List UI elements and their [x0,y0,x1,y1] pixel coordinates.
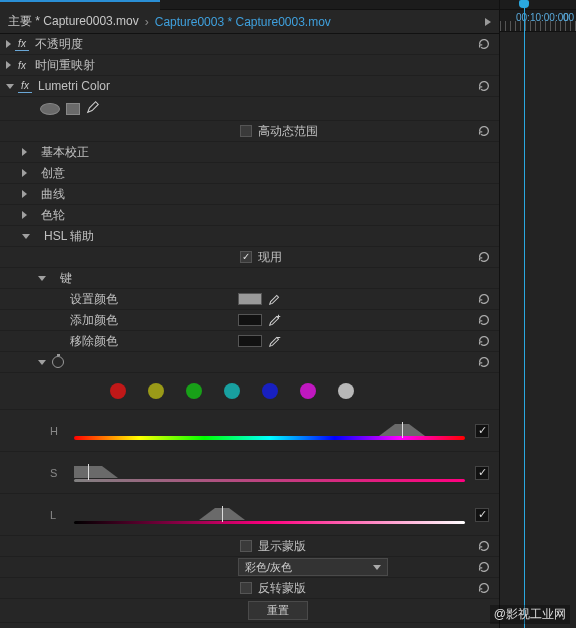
hsl-reset-button[interactable]: 重置 [248,601,308,620]
stopwatch-icon[interactable] [52,356,64,368]
hsl-s-slider[interactable]: S [0,452,499,494]
color-swatch[interactable] [238,314,262,326]
clip-breadcrumb: 主要 * Capture0003.mov › Capture0003 * Cap… [0,10,499,34]
twirl-icon[interactable] [22,211,27,219]
section-curves[interactable]: 曲线 [0,184,499,205]
hsl-mask-mode-value: 彩色/灰色 [245,560,292,575]
playhead-handle-icon[interactable] [519,0,529,8]
crumb-instance[interactable]: Capture0003 * Capture0003.mov [155,15,331,29]
hsl-s-label: S [50,467,64,479]
twirl-icon[interactable] [22,169,27,177]
twirl-icon[interactable] [6,84,14,89]
twirl-icon[interactable] [22,234,30,239]
section-curves-label: 曲线 [41,186,65,203]
fx-badge-icon[interactable]: fx [15,60,29,71]
eyedropper-icon[interactable] [268,292,282,306]
hsl-mask-mode-dropdown[interactable]: 彩色/灰色 [238,558,388,576]
effects-panel: 主要 * Capture0003.mov › Capture0003 * Cap… [0,0,500,628]
section-basic-label: 基本校正 [41,144,89,161]
hsl-s-track[interactable] [74,462,465,484]
hsl-show-mask-label: 显示蒙版 [258,538,306,555]
reset-icon[interactable] [477,355,491,369]
hdr-checkbox[interactable] [240,125,252,137]
hsl-enable-checkbox[interactable] [240,251,252,263]
mask-ellipse-icon[interactable] [40,103,60,115]
hsl-key-row[interactable]: 键 [0,268,499,289]
reset-icon[interactable] [477,292,491,306]
timeline-tabbar [500,0,576,10]
section-wheels[interactable]: 色轮 [0,205,499,226]
mask-pen-icon[interactable] [86,100,100,117]
reset-icon[interactable] [477,250,491,264]
chevron-right-icon: › [145,15,149,29]
hsl-add-color-label: 添加颜色 [70,312,118,329]
twirl-icon[interactable] [38,360,46,365]
reset-icon[interactable] [477,313,491,327]
section-creative[interactable]: 创意 [0,163,499,184]
fx-badge-icon[interactable]: fx [15,38,29,51]
twirl-icon[interactable] [38,276,46,281]
hsl-l-label: L [50,509,64,521]
twirl-icon[interactable] [22,190,27,198]
section-wheels-label: 色轮 [41,207,65,224]
preset-green[interactable] [186,383,202,399]
hsl-l-slider[interactable]: L [0,494,499,536]
effect-opacity[interactable]: fx 不透明度 [0,34,499,55]
effect-time-remap[interactable]: fx 时间重映射 [0,55,499,76]
hsl-h-label: H [50,425,64,437]
hsl-remove-color-row: 移除颜色 [0,331,499,352]
hsl-key-label: 键 [60,270,72,287]
tab-active[interactable] [0,0,160,10]
reset-icon[interactable] [477,79,491,93]
hsl-show-mask-row: 显示蒙版 [0,536,499,557]
hsl-invert-mask-label: 反转蒙版 [258,580,306,597]
reset-icon[interactable] [477,539,491,553]
hsl-show-mask-checkbox[interactable] [240,540,252,552]
hsl-h-track[interactable] [74,420,465,442]
hdr-label: 高动态范围 [258,123,318,140]
preset-magenta[interactable] [300,383,316,399]
twirl-icon[interactable] [6,61,11,69]
section-basic[interactable]: 基本校正 [0,142,499,163]
eyedropper-plus-icon[interactable] [268,313,282,327]
hdr-row: 高动态范围 [0,121,499,142]
hsl-h-enable-checkbox[interactable] [475,424,489,438]
fx-badge-icon[interactable]: fx [18,80,32,93]
reset-icon[interactable] [477,37,491,51]
preset-blue[interactable] [262,383,278,399]
twirl-icon[interactable] [22,148,27,156]
hsl-add-color-row: 添加颜色 [0,310,499,331]
mask-rect-icon[interactable] [66,103,80,115]
hsl-h-slider[interactable]: H [0,410,499,452]
hsl-remove-color-label: 移除颜色 [70,333,118,350]
color-swatch[interactable] [238,335,262,347]
section-hsl-label: HSL 辅助 [44,228,94,245]
hsl-refine-row[interactable] [0,352,499,373]
effect-lumetri[interactable]: fx Lumetri Color [0,76,499,97]
timeline-panel: 00:10:00:00 00 [500,0,576,628]
eyedropper-minus-icon[interactable] [268,334,282,348]
crumb-master[interactable]: 主要 * Capture0003.mov [8,13,139,30]
chevron-down-icon [373,565,381,570]
timeline-ruler[interactable]: 00:10:00:00 00 [500,10,576,32]
playhead[interactable] [524,0,525,628]
section-hsl[interactable]: HSL 辅助 [0,226,499,247]
hsl-l-enable-checkbox[interactable] [475,508,489,522]
effect-lumetri-label: Lumetri Color [38,79,110,93]
twirl-icon[interactable] [6,40,11,48]
reset-icon[interactable] [477,581,491,595]
hsl-l-track[interactable] [74,504,465,526]
preset-red[interactable] [110,383,126,399]
preset-yellow[interactable] [148,383,164,399]
preset-cyan[interactable] [224,383,240,399]
hsl-mask-mode-row: 彩色/灰色 [0,557,499,578]
preset-grey[interactable] [338,383,354,399]
hsl-invert-mask-checkbox[interactable] [240,582,252,594]
hsl-s-enable-checkbox[interactable] [475,466,489,480]
play-icon[interactable] [485,18,491,26]
reset-icon[interactable] [477,334,491,348]
reset-icon[interactable] [477,124,491,138]
color-swatch[interactable] [238,293,262,305]
reset-icon[interactable] [477,560,491,574]
hsl-preset-colors [0,373,499,410]
